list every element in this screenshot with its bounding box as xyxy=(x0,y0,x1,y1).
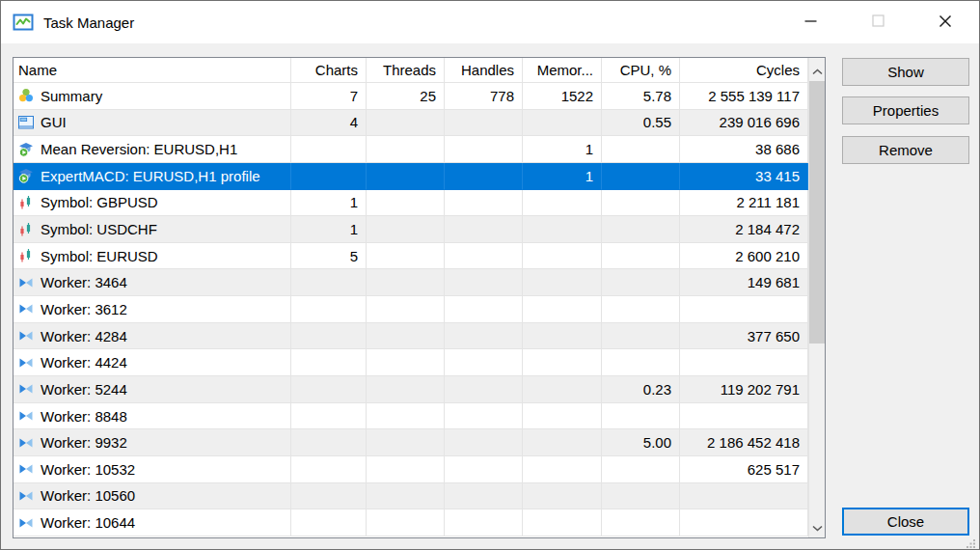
maximize-icon xyxy=(872,14,885,30)
task-name: Worker: 3612 xyxy=(41,301,127,317)
task-name: Symbol: GBPUSD xyxy=(41,194,158,210)
table-row[interactable]: ExpertMACD: EURUSD,H1 profile133 415 xyxy=(14,163,808,190)
cell-memory xyxy=(523,269,602,296)
table-row[interactable]: Worker: 4424 xyxy=(14,349,808,376)
cell-cycles: 38 686 xyxy=(680,136,808,163)
cell-cycles xyxy=(680,403,808,430)
column-header-cycles[interactable]: Cycles xyxy=(680,58,808,83)
table-row[interactable]: Worker: 10644 xyxy=(14,509,808,536)
column-header-cpu[interactable]: CPU, % xyxy=(602,58,680,83)
column-header-handles[interactable]: Handles xyxy=(445,58,523,83)
task-name: GUI xyxy=(41,114,67,130)
column-header-charts[interactable]: Charts xyxy=(291,58,367,83)
cell-threads xyxy=(367,269,445,296)
scroll-up-button[interactable] xyxy=(809,58,825,81)
task-name: Worker: 8848 xyxy=(41,408,127,425)
cell-memory xyxy=(523,349,602,376)
column-header-name[interactable]: Name xyxy=(14,58,291,83)
close-button[interactable]: Close xyxy=(842,508,969,536)
cell-name: Symbol: USDCHF xyxy=(14,216,291,243)
cell-name: Symbol: GBPUSD xyxy=(14,190,291,217)
expert-icon xyxy=(18,168,34,183)
cell-name: Worker: 4424 xyxy=(14,349,291,376)
task-name: Summary xyxy=(41,88,102,104)
worker-icon xyxy=(18,355,34,371)
cell-handles xyxy=(445,349,523,376)
maximize-button[interactable] xyxy=(844,1,912,43)
cell-charts xyxy=(291,376,367,403)
column-header-memory[interactable]: Memor... xyxy=(523,58,602,83)
window-title: Task Manager xyxy=(43,14,134,31)
cell-name: Worker: 4284 xyxy=(14,323,291,350)
cell-threads xyxy=(367,323,445,350)
properties-button[interactable]: Properties xyxy=(842,96,969,124)
column-header-threads[interactable]: Threads xyxy=(367,58,445,83)
task-name: Symbol: EURUSD xyxy=(41,248,158,264)
cell-charts xyxy=(291,509,367,536)
cell-cycles: 377 650 xyxy=(680,323,808,350)
task-manager-window: Task Manager NameChartsThreadsHandlesMem xyxy=(0,0,980,550)
titlebar[interactable]: Task Manager xyxy=(1,1,979,43)
cell-handles xyxy=(445,110,523,137)
table-row[interactable]: GUI40.55239 016 696 xyxy=(14,110,808,137)
cell-cpu: 5.78 xyxy=(602,83,680,110)
cell-cycles: 119 202 791 xyxy=(680,376,808,403)
cell-cpu xyxy=(602,509,680,536)
cell-cpu xyxy=(602,163,680,190)
task-name: Worker: 10532 xyxy=(41,461,135,478)
cell-name: ExpertMACD: EURUSD,H1 profile xyxy=(14,163,291,190)
table-row[interactable]: Worker: 4284377 650 xyxy=(14,323,808,350)
cell-threads xyxy=(367,456,445,483)
cell-cpu xyxy=(602,483,680,510)
cell-cpu xyxy=(602,323,680,350)
remove-button[interactable]: Remove xyxy=(842,136,969,164)
table-row[interactable]: Worker: 10560 xyxy=(14,483,808,510)
cell-handles xyxy=(445,216,523,243)
cell-handles: 778 xyxy=(445,83,523,110)
resize-grip-icon[interactable] xyxy=(966,536,976,546)
worker-icon xyxy=(18,408,34,424)
cell-handles xyxy=(445,376,523,403)
table-row[interactable]: Worker: 3612 xyxy=(14,296,808,323)
cell-threads xyxy=(367,483,445,510)
scrollbar-thumb[interactable] xyxy=(809,81,825,344)
table-row[interactable]: Worker: 52440.23119 202 791 xyxy=(14,376,808,403)
vertical-scrollbar[interactable] xyxy=(808,58,825,537)
table-row[interactable]: Worker: 3464149 681 xyxy=(14,269,808,296)
task-grid: NameChartsThreadsHandlesMemor...CPU, %Cy… xyxy=(14,58,808,537)
cell-memory xyxy=(523,296,602,323)
cell-cpu xyxy=(602,456,680,483)
cell-cycles xyxy=(680,509,808,536)
table-row[interactable]: Mean Reversion: EURUSD,H1138 686 xyxy=(14,136,808,163)
task-name: Worker: 5244 xyxy=(41,381,127,398)
cell-cycles: 239 016 696 xyxy=(680,110,808,137)
cell-handles xyxy=(445,296,523,323)
table-row[interactable]: Symbol: EURUSD52 600 210 xyxy=(14,243,808,270)
cell-charts xyxy=(291,349,367,376)
table-row[interactable]: Worker: 99325.002 186 452 418 xyxy=(14,429,808,456)
show-button[interactable]: Show xyxy=(842,58,969,86)
cell-memory xyxy=(523,216,602,243)
table-row[interactable]: Symbol: GBPUSD12 211 181 xyxy=(14,190,808,217)
task-name: Worker: 4284 xyxy=(41,328,127,344)
minimize-button[interactable] xyxy=(776,1,844,43)
table-row[interactable]: Symbol: USDCHF12 184 472 xyxy=(14,216,808,243)
table-row[interactable]: Summary72577815225.782 555 139 117 xyxy=(14,83,808,110)
cell-charts: 7 xyxy=(291,83,367,110)
cell-cpu xyxy=(602,190,680,217)
cell-memory: 1 xyxy=(523,163,602,190)
candles-icon xyxy=(18,195,34,210)
cell-handles xyxy=(445,269,523,296)
cell-cycles: 2 600 210 xyxy=(680,243,808,270)
scroll-down-button[interactable] xyxy=(809,514,825,537)
task-name: Mean Reversion: EURUSD,H1 xyxy=(41,141,237,157)
cell-threads xyxy=(367,136,445,163)
table-row[interactable]: Worker: 10532625 517 xyxy=(14,456,808,483)
cell-cycles xyxy=(680,483,808,510)
cell-threads xyxy=(367,509,445,536)
table-row[interactable]: Worker: 8848 xyxy=(14,403,808,430)
cell-charts xyxy=(291,296,367,323)
close-window-button[interactable] xyxy=(912,1,979,43)
cell-cpu xyxy=(602,296,680,323)
cell-handles xyxy=(445,403,523,430)
